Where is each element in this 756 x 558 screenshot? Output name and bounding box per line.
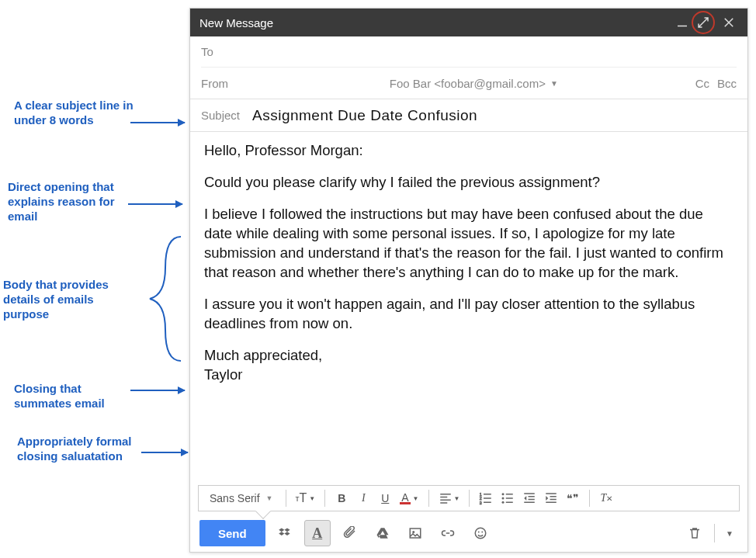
numbered-list-icon: 123	[479, 491, 493, 505]
svg-point-6	[502, 501, 505, 504]
chevron-down-icon: ▼	[454, 495, 460, 502]
annotation-opening: Direct opening that explains reason for …	[8, 180, 132, 224]
message-body[interactable]: Hello, Professor Morgan: Could you pleas…	[190, 132, 747, 485]
subject-input[interactable]: Assignment Due Date Confusion	[252, 107, 477, 124]
text-color-icon: A	[400, 493, 410, 504]
annotation-text: A clear subject line in under 8 words	[14, 99, 134, 127]
annotation-text: Closing that summates email	[14, 382, 105, 410]
body-greeting: Hello, Professor Morgan:	[204, 141, 733, 161]
svg-point-5	[502, 497, 505, 500]
formatting-toolbar: Sans Serif ▼ тT ▼ B I U A ▼ ▼ 123	[198, 485, 740, 511]
arrow-icon	[141, 452, 188, 453]
svg-point-11	[481, 532, 483, 533]
font-size-button[interactable]: тT ▼	[293, 488, 319, 508]
chevron-down-icon: ▼	[413, 495, 419, 502]
annotation-text: Direct opening that explains reason for …	[8, 180, 115, 223]
annotation-panel: A clear subject line in under 8 words Di…	[0, 0, 194, 558]
arrow-icon	[130, 390, 185, 391]
svg-rect-0	[678, 26, 687, 27]
discard-button[interactable]	[681, 520, 708, 546]
chevron-down-icon: ▼	[266, 494, 273, 502]
body-signoff2: Taylor	[204, 366, 733, 385]
insert-emoji-button[interactable]	[467, 520, 494, 546]
indent-less-button[interactable]	[519, 488, 539, 508]
to-label: To	[201, 45, 252, 58]
from-value: Foo Bar <foobar@gmail.com>	[390, 77, 546, 90]
font-family-dropdown[interactable]: Sans Serif ▼	[203, 488, 279, 508]
to-row: To	[201, 36, 737, 68]
from-label: From	[201, 77, 252, 90]
window-title: New Message	[199, 16, 273, 29]
indent-more-icon	[544, 491, 558, 505]
indent-less-icon	[522, 491, 536, 505]
annotation-subject: A clear subject line in under 8 words	[14, 99, 138, 128]
dropbox-icon	[278, 526, 292, 540]
numbered-list-button[interactable]: 123	[476, 488, 496, 508]
arrow-icon	[130, 122, 185, 123]
font-family-label: Sans Serif	[210, 492, 260, 504]
to-input[interactable]	[252, 45, 737, 59]
annotation-body: Body that provides details of emails pur…	[3, 278, 135, 321]
drive-button[interactable]	[369, 520, 396, 546]
svg-point-10	[478, 532, 480, 533]
minimize-icon	[675, 16, 689, 29]
align-icon	[439, 491, 453, 505]
body-p2: I believe I followed the instructions bu…	[204, 205, 733, 282]
formatting-toggle-button[interactable]: A	[304, 520, 331, 546]
annotation-text: Appropriately formal closing saluatation	[17, 435, 132, 463]
cc-button[interactable]: Cc	[695, 77, 709, 90]
svg-point-4	[502, 493, 505, 495]
arrow-icon	[128, 203, 182, 205]
close-icon	[722, 16, 736, 29]
body-signoff1: Much appreciated,	[204, 346, 733, 366]
subject-label: Subject	[201, 109, 252, 122]
image-icon	[408, 526, 422, 540]
quote-button[interactable]: ❝❞	[563, 488, 583, 508]
bulleted-list-icon	[501, 491, 515, 505]
drive-icon	[376, 526, 390, 540]
expand-highlight	[692, 11, 715, 34]
brace-icon	[138, 233, 185, 365]
link-icon	[441, 526, 455, 540]
italic-button[interactable]: I	[353, 488, 373, 508]
annotation-text: Body that provides details of emails pur…	[3, 278, 109, 321]
clear-formatting-button[interactable]: T✕	[596, 488, 616, 508]
annotation-salutation: Appropriately formal closing saluatation	[17, 435, 149, 464]
from-dropdown[interactable]: Foo Bar <foobar@gmail.com> ▼	[252, 77, 695, 90]
align-button[interactable]: ▼	[435, 488, 463, 508]
svg-point-9	[475, 528, 486, 539]
indent-more-button[interactable]	[541, 488, 561, 508]
emoji-icon	[473, 526, 487, 540]
insert-photo-button[interactable]	[402, 520, 428, 546]
more-options-button[interactable]: ▼	[721, 520, 738, 546]
from-row: From Foo Bar <foobar@gmail.com> ▼ Cc Bcc	[201, 68, 737, 99]
bulleted-list-button[interactable]	[498, 488, 518, 508]
window-titlebar: New Message	[190, 9, 747, 36]
bold-button[interactable]: B	[331, 488, 352, 508]
bcc-button[interactable]: Bcc	[717, 77, 737, 90]
trash-icon	[688, 526, 702, 540]
text-color-button[interactable]: A ▼	[397, 488, 421, 508]
subject-row: Subject Assignment Due Date Confusion	[190, 99, 747, 132]
chevron-down-icon: ▼	[309, 495, 315, 502]
expand-icon	[696, 16, 710, 29]
svg-point-8	[412, 531, 414, 533]
body-p3: I assure you it won't happen again, and …	[204, 295, 733, 334]
minimize-button[interactable]	[673, 13, 692, 32]
insert-link-button[interactable]	[435, 520, 461, 546]
annotation-closing: Closing that summates email	[14, 382, 138, 411]
underline-button[interactable]: U	[375, 488, 395, 508]
compose-window: New Message To From Foo Bar <foobar@gmai…	[189, 8, 748, 553]
paperclip-icon	[343, 526, 357, 540]
chevron-down-icon: ▼	[726, 529, 733, 538]
send-button[interactable]: Send	[199, 520, 265, 546]
attach-button[interactable]	[337, 520, 363, 546]
close-button[interactable]	[720, 13, 738, 32]
body-p1: Could you please clarify why I failed th…	[204, 173, 733, 192]
dropbox-button[interactable]	[272, 520, 298, 546]
chevron-down-icon: ▼	[550, 79, 558, 88]
expand-button[interactable]	[694, 13, 713, 32]
svg-text:3: 3	[480, 501, 482, 505]
action-bar: Send A ▼	[190, 515, 747, 552]
header-fields: To From Foo Bar <foobar@gmail.com> ▼ Cc …	[190, 36, 747, 99]
